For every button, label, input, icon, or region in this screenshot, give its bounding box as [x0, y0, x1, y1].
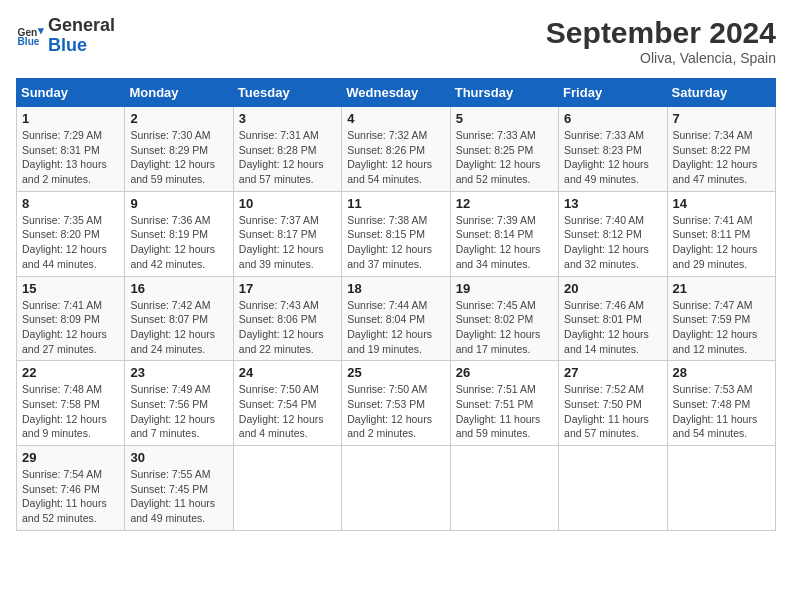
day-info: Sunrise: 7:37 AMSunset: 8:17 PMDaylight:…	[239, 213, 336, 272]
table-row: 21 Sunrise: 7:47 AMSunset: 7:59 PMDaylig…	[667, 276, 775, 361]
day-number: 15	[22, 281, 119, 296]
day-number: 16	[130, 281, 227, 296]
day-number: 28	[673, 365, 770, 380]
day-number: 21	[673, 281, 770, 296]
table-row: 20 Sunrise: 7:46 AMSunset: 8:01 PMDaylig…	[559, 276, 667, 361]
table-row	[342, 446, 450, 531]
table-row: 3 Sunrise: 7:31 AMSunset: 8:28 PMDayligh…	[233, 107, 341, 192]
day-info: Sunrise: 7:41 AMSunset: 8:11 PMDaylight:…	[673, 213, 770, 272]
day-number: 29	[22, 450, 119, 465]
logo: Gen Blue GeneralBlue	[16, 16, 115, 56]
day-number: 9	[130, 196, 227, 211]
day-info: Sunrise: 7:33 AMSunset: 8:23 PMDaylight:…	[564, 128, 661, 187]
table-row: 19 Sunrise: 7:45 AMSunset: 8:02 PMDaylig…	[450, 276, 558, 361]
col-saturday: Saturday	[667, 79, 775, 107]
day-number: 5	[456, 111, 553, 126]
day-number: 4	[347, 111, 444, 126]
day-info: Sunrise: 7:55 AMSunset: 7:45 PMDaylight:…	[130, 467, 227, 526]
page-header: Gen Blue GeneralBlue September 2024 Oliv…	[16, 16, 776, 66]
table-row: 23 Sunrise: 7:49 AMSunset: 7:56 PMDaylig…	[125, 361, 233, 446]
day-info: Sunrise: 7:29 AMSunset: 8:31 PMDaylight:…	[22, 128, 119, 187]
table-row: 4 Sunrise: 7:32 AMSunset: 8:26 PMDayligh…	[342, 107, 450, 192]
table-row: 5 Sunrise: 7:33 AMSunset: 8:25 PMDayligh…	[450, 107, 558, 192]
table-row: 26 Sunrise: 7:51 AMSunset: 7:51 PMDaylig…	[450, 361, 558, 446]
col-monday: Monday	[125, 79, 233, 107]
svg-marker-2	[38, 28, 44, 34]
day-info: Sunrise: 7:50 AMSunset: 7:53 PMDaylight:…	[347, 382, 444, 441]
day-number: 12	[456, 196, 553, 211]
col-thursday: Thursday	[450, 79, 558, 107]
day-info: Sunrise: 7:31 AMSunset: 8:28 PMDaylight:…	[239, 128, 336, 187]
table-row	[559, 446, 667, 531]
logo-icon: Gen Blue	[16, 22, 44, 50]
day-number: 1	[22, 111, 119, 126]
table-row: 14 Sunrise: 7:41 AMSunset: 8:11 PMDaylig…	[667, 191, 775, 276]
day-info: Sunrise: 7:45 AMSunset: 8:02 PMDaylight:…	[456, 298, 553, 357]
table-row: 9 Sunrise: 7:36 AMSunset: 8:19 PMDayligh…	[125, 191, 233, 276]
day-info: Sunrise: 7:53 AMSunset: 7:48 PMDaylight:…	[673, 382, 770, 441]
table-row: 22 Sunrise: 7:48 AMSunset: 7:58 PMDaylig…	[17, 361, 125, 446]
day-number: 18	[347, 281, 444, 296]
table-row: 17 Sunrise: 7:43 AMSunset: 8:06 PMDaylig…	[233, 276, 341, 361]
day-info: Sunrise: 7:52 AMSunset: 7:50 PMDaylight:…	[564, 382, 661, 441]
day-number: 25	[347, 365, 444, 380]
day-number: 19	[456, 281, 553, 296]
day-info: Sunrise: 7:33 AMSunset: 8:25 PMDaylight:…	[456, 128, 553, 187]
table-row: 6 Sunrise: 7:33 AMSunset: 8:23 PMDayligh…	[559, 107, 667, 192]
day-info: Sunrise: 7:42 AMSunset: 8:07 PMDaylight:…	[130, 298, 227, 357]
table-row: 10 Sunrise: 7:37 AMSunset: 8:17 PMDaylig…	[233, 191, 341, 276]
table-row: 18 Sunrise: 7:44 AMSunset: 8:04 PMDaylig…	[342, 276, 450, 361]
location: Oliva, Valencia, Spain	[546, 50, 776, 66]
day-info: Sunrise: 7:47 AMSunset: 7:59 PMDaylight:…	[673, 298, 770, 357]
table-row: 12 Sunrise: 7:39 AMSunset: 8:14 PMDaylig…	[450, 191, 558, 276]
day-info: Sunrise: 7:54 AMSunset: 7:46 PMDaylight:…	[22, 467, 119, 526]
col-wednesday: Wednesday	[342, 79, 450, 107]
day-number: 26	[456, 365, 553, 380]
day-number: 8	[22, 196, 119, 211]
day-info: Sunrise: 7:39 AMSunset: 8:14 PMDaylight:…	[456, 213, 553, 272]
day-info: Sunrise: 7:46 AMSunset: 8:01 PMDaylight:…	[564, 298, 661, 357]
day-number: 24	[239, 365, 336, 380]
day-number: 13	[564, 196, 661, 211]
day-number: 27	[564, 365, 661, 380]
table-row: 24 Sunrise: 7:50 AMSunset: 7:54 PMDaylig…	[233, 361, 341, 446]
day-number: 22	[22, 365, 119, 380]
day-info: Sunrise: 7:36 AMSunset: 8:19 PMDaylight:…	[130, 213, 227, 272]
day-number: 10	[239, 196, 336, 211]
table-row: 1 Sunrise: 7:29 AMSunset: 8:31 PMDayligh…	[17, 107, 125, 192]
table-row	[450, 446, 558, 531]
col-friday: Friday	[559, 79, 667, 107]
day-number: 2	[130, 111, 227, 126]
table-row: 16 Sunrise: 7:42 AMSunset: 8:07 PMDaylig…	[125, 276, 233, 361]
day-info: Sunrise: 7:48 AMSunset: 7:58 PMDaylight:…	[22, 382, 119, 441]
day-number: 3	[239, 111, 336, 126]
table-row: 29 Sunrise: 7:54 AMSunset: 7:46 PMDaylig…	[17, 446, 125, 531]
table-row: 8 Sunrise: 7:35 AMSunset: 8:20 PMDayligh…	[17, 191, 125, 276]
table-row: 25 Sunrise: 7:50 AMSunset: 7:53 PMDaylig…	[342, 361, 450, 446]
day-info: Sunrise: 7:40 AMSunset: 8:12 PMDaylight:…	[564, 213, 661, 272]
day-info: Sunrise: 7:49 AMSunset: 7:56 PMDaylight:…	[130, 382, 227, 441]
table-row: 28 Sunrise: 7:53 AMSunset: 7:48 PMDaylig…	[667, 361, 775, 446]
table-row: 13 Sunrise: 7:40 AMSunset: 8:12 PMDaylig…	[559, 191, 667, 276]
day-info: Sunrise: 7:44 AMSunset: 8:04 PMDaylight:…	[347, 298, 444, 357]
table-row: 2 Sunrise: 7:30 AMSunset: 8:29 PMDayligh…	[125, 107, 233, 192]
day-number: 6	[564, 111, 661, 126]
day-info: Sunrise: 7:35 AMSunset: 8:20 PMDaylight:…	[22, 213, 119, 272]
svg-text:Blue: Blue	[18, 36, 40, 47]
day-number: 30	[130, 450, 227, 465]
table-row: 15 Sunrise: 7:41 AMSunset: 8:09 PMDaylig…	[17, 276, 125, 361]
day-info: Sunrise: 7:41 AMSunset: 8:09 PMDaylight:…	[22, 298, 119, 357]
table-row: 27 Sunrise: 7:52 AMSunset: 7:50 PMDaylig…	[559, 361, 667, 446]
calendar-table: Sunday Monday Tuesday Wednesday Thursday…	[16, 78, 776, 531]
day-number: 23	[130, 365, 227, 380]
day-number: 7	[673, 111, 770, 126]
table-row: 11 Sunrise: 7:38 AMSunset: 8:15 PMDaylig…	[342, 191, 450, 276]
day-number: 14	[673, 196, 770, 211]
day-info: Sunrise: 7:34 AMSunset: 8:22 PMDaylight:…	[673, 128, 770, 187]
day-info: Sunrise: 7:50 AMSunset: 7:54 PMDaylight:…	[239, 382, 336, 441]
table-row	[233, 446, 341, 531]
day-number: 20	[564, 281, 661, 296]
month-title: September 2024	[546, 16, 776, 50]
day-info: Sunrise: 7:30 AMSunset: 8:29 PMDaylight:…	[130, 128, 227, 187]
day-info: Sunrise: 7:51 AMSunset: 7:51 PMDaylight:…	[456, 382, 553, 441]
